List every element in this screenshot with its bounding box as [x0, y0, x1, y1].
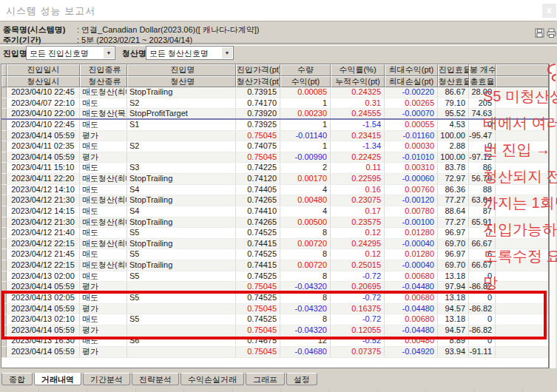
column-header[interactable]: 진입일시 [7, 64, 80, 76]
table-row[interactable]: 2023/04/10 22:00매도청산(목표StopProfitTarget0… [1, 109, 548, 120]
table-cell: -0.72 [331, 271, 385, 282]
table-cell: 2023/04/12 14:10 [7, 185, 80, 195]
table-row[interactable]: 2023/04/12 14:10매도S40.7440540.160.007608… [1, 185, 548, 196]
table-cell: 매도청산(최대 [80, 260, 127, 271]
table-cell: 매도청산(최대 [80, 239, 127, 249]
table-row[interactable]: 2023/04/12 21:40매도S50.7452580.120.012809… [1, 228, 548, 239]
table-row[interactable]: 2023/04/12 21:45매도S50.7452580.120.012809… [1, 249, 548, 260]
table-cell-filler [496, 228, 548, 238]
column-header[interactable]: 청산종류 [80, 76, 127, 88]
table-row[interactable]: 2023/04/11 02:35매도S20.740751-1.340.00030… [1, 141, 548, 152]
grid-tick [328, 388, 329, 392]
save-icon[interactable] [535, 28, 544, 38]
table-row[interactable]: 2023/04/14 05:59평가0.75045-0.009900.22425… [1, 152, 548, 163]
instrument-value: : 연결_Canadian Dollar(2023.06)([ 캐나다-다계약]… [77, 25, 259, 34]
print-icon[interactable] [547, 28, 556, 38]
table-row[interactable]: 2023/04/11 15:10매도S30.7422520.110.003108… [1, 163, 548, 174]
table-cell: -0.04480 [385, 282, 438, 292]
chevron-down-icon[interactable]: ▼ [222, 47, 232, 58]
column-header[interactable]: 진입효율 [438, 64, 469, 76]
table-cell: 63.64 [469, 195, 496, 206]
tab-기간분석[interactable]: 기간분석 [83, 373, 130, 385]
table-row[interactable]: 2023/04/14 05:59평가0.75045-0.046800.07375… [1, 347, 548, 358]
table-row[interactable]: 2023/04/12 22:15매도청산(최대StopTrailing0.744… [1, 239, 548, 250]
table-cell: 0.01280 [385, 228, 438, 238]
column-header[interactable]: 총효율 [469, 76, 496, 88]
table-cell: 0.74525 [236, 314, 280, 325]
table-cell: 2023/04/12 14:15 [7, 206, 80, 217]
row-gutter [1, 249, 7, 260]
row-gutter [1, 174, 7, 184]
table-row[interactable]: 2023/04/14 05:59평가0.75045-0.043200.20695… [1, 282, 548, 293]
column-header[interactable]: 최대손실(pt) [385, 76, 438, 88]
column-header[interactable]: 청산일시 [7, 76, 80, 88]
tab-전략분석[interactable]: 전략분석 [132, 373, 179, 385]
table-cell: 65.91 [469, 217, 496, 228]
tab-종합[interactable]: 종합 [1, 373, 33, 385]
table-cell-filler [496, 314, 548, 325]
table-cell: 2023/04/14 05:59 [7, 347, 80, 357]
table-row[interactable]: 2023/04/07 22:10매도S20.7417010.310.002657… [1, 98, 548, 109]
table-cell: 2023/04/12 21:30 [7, 195, 80, 206]
table-row[interactable]: 2023/04/12 21:30매도청산(최대StopTrailing0.742… [1, 217, 548, 229]
table-row[interactable]: 2023/04/12 21:30매도청산(최대StopTrailing0.742… [1, 195, 548, 206]
column-header[interactable]: 청산명 [127, 76, 236, 88]
entry-signal-dropdown[interactable]: 모든 진입신호명 ▼ [26, 46, 115, 60]
chevron-down-icon[interactable]: ▼ [104, 47, 114, 58]
table-cell: -0.00040 [385, 260, 438, 271]
table-cell: 0.16375 [331, 304, 385, 314]
table-cell: 매도청산(최대 [80, 217, 127, 228]
exit-signal-dropdown[interactable]: 모든 청산신호명 ▼ [146, 46, 234, 60]
table-row[interactable]: 2023/04/13 16:30매도S60.7467512-0.520.0048… [1, 336, 548, 347]
close-button[interactable]: x [542, 4, 556, 18]
table-cell: S3 [127, 163, 236, 173]
table-cell: 97.94 [438, 282, 469, 292]
column-header[interactable]: 진입가격(pt) [236, 64, 280, 76]
column-header[interactable]: 수익(pt) [280, 76, 331, 88]
table-row[interactable]: 2023/04/13 02:10매도S50.745258-0.720.00680… [1, 314, 548, 325]
table-cell: 0.74265 [236, 195, 280, 206]
tab-수익손실거래[interactable]: 수익손실거래 [180, 373, 244, 385]
table-cell: 8.89 [438, 336, 469, 346]
table-cell: -95.47 [469, 131, 496, 141]
table-cell: -86.82 [469, 282, 496, 292]
tab-그래프[interactable]: 그래프 [246, 373, 285, 385]
table-cell [127, 152, 236, 163]
table-row[interactable]: 2023/04/13 02:05매도S50.745258-0.720.00680… [1, 293, 548, 304]
column-header[interactable]: 봉 개수 [469, 64, 496, 76]
column-header[interactable]: 최대수익(pt) [385, 64, 438, 76]
tab-거래내역[interactable]: 거래내역 [34, 373, 81, 385]
vertical-scrollbar[interactable] [549, 64, 557, 368]
table-row[interactable]: 2023/04/10 22:45매도S10.739251-1.540.00055… [1, 120, 548, 131]
table-cell: 매도 [80, 271, 127, 282]
table-row[interactable]: 2023/04/14 05:59평가0.75045-0.043200.12055… [1, 325, 548, 337]
table-row[interactable]: 2023/04/10 22:45매도청산(최대StopTrailing0.739… [1, 87, 548, 98]
table-cell: 0.31 [331, 98, 385, 109]
table-cell: 0.12 [331, 228, 385, 238]
column-header[interactable]: 누적수익(pt) [331, 76, 385, 88]
table-row[interactable]: 2023/04/11 22:20매도청산(최대StopTrailing0.741… [1, 174, 548, 185]
table-cell: -91.11 [469, 347, 496, 357]
table-cell: 4.53 [438, 120, 469, 130]
table-cell: 0.24325 [331, 87, 385, 98]
row-gutter [1, 314, 7, 325]
table-cell: 8 [280, 249, 331, 260]
table-cell: 0.74525 [236, 249, 280, 260]
table-row[interactable]: 2023/04/14 05:59평가0.75045-0.011400.23415… [1, 131, 548, 142]
column-header[interactable]: 청산효율 [438, 76, 469, 88]
column-header[interactable]: 수량 [280, 64, 331, 76]
table-cell: 0.16 [331, 185, 385, 195]
table-row[interactable]: 2023/04/12 14:15매도S40.7441040.170.007808… [1, 206, 548, 217]
table-cell: 74.63 [469, 109, 496, 118]
table-row[interactable]: 2023/04/14 05:59평가0.75045-0.043200.16375… [1, 304, 548, 315]
table-cell: 0.00030 [385, 141, 438, 152]
column-header[interactable]: 진입명 [127, 64, 236, 76]
column-header[interactable]: 수익률(%) [331, 64, 385, 76]
instrument-label: 종목명(시스템명) [3, 24, 77, 36]
column-header[interactable]: 진입종류 [80, 64, 127, 76]
grid-tick [38, 388, 39, 392]
tab-설정[interactable]: 설정 [286, 373, 317, 385]
table-row[interactable]: 2023/04/13 02:00매도S50.745258-0.720.00680… [1, 271, 548, 283]
column-header[interactable]: 청산가격(pt) [236, 76, 280, 88]
table-row[interactable]: 2023/04/12 22:15매도청산(최대StopTrailing0.744… [1, 260, 548, 271]
